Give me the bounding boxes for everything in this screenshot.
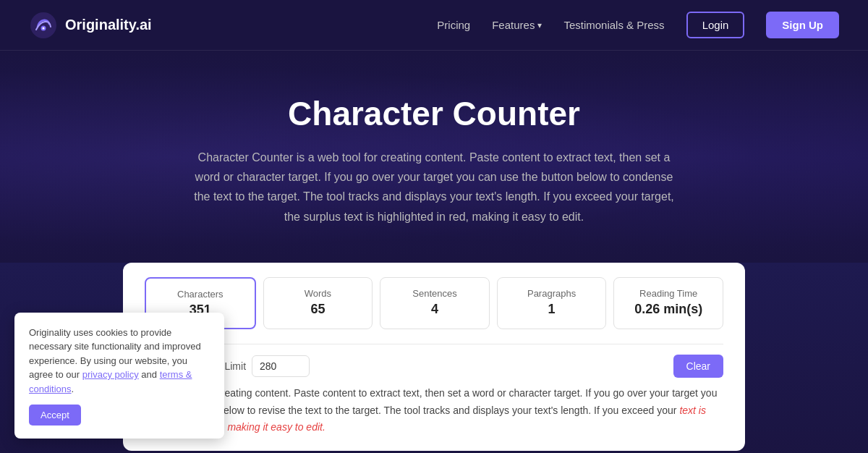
stat-reading-time-label: Reading Time [621, 288, 715, 299]
svg-point-0 [30, 12, 56, 38]
logo-link[interactable]: Originality.ai [29, 11, 152, 40]
cookie-accept-button[interactable]: Accept [29, 405, 81, 426]
text-preview: s a web tool for creating content. Paste… [145, 385, 723, 436]
nav-features[interactable]: Features ▾ [492, 19, 542, 31]
stat-words-label: Words [271, 288, 365, 299]
cookie-banner: Originality uses cookies to provide nece… [14, 313, 224, 439]
clear-button[interactable]: Clear [673, 355, 723, 378]
stat-paragraphs[interactable]: Paragraphs 1 [497, 277, 607, 329]
stat-sentences-label: Sentences [388, 288, 482, 299]
hero-description: Character Counter is a web tool for crea… [188, 148, 680, 226]
login-button[interactable]: Login [686, 12, 745, 38]
text-normal: s a web tool for creating content. Paste… [145, 387, 717, 416]
stat-characters-label: Characters [153, 289, 247, 300]
nav-links: Pricing Features ▾ Testimonials & Press … [437, 12, 839, 38]
stat-paragraphs-value: 1 [505, 302, 599, 317]
stat-reading-time[interactable]: Reading Time 0.26 min(s) [613, 277, 723, 329]
navbar: Originality.ai Pricing Features ▾ Testim… [0, 0, 868, 51]
stat-sentences[interactable]: Sentences 4 [380, 277, 490, 329]
hero-section: Character Counter Character Counter is a… [0, 51, 868, 263]
features-chevron-icon: ▾ [537, 20, 542, 30]
svg-point-2 [43, 27, 45, 29]
stat-words-value: 65 [271, 302, 365, 317]
nav-pricing[interactable]: Pricing [437, 19, 470, 31]
limit-input[interactable] [252, 355, 310, 377]
cookie-text-between: and [139, 369, 160, 380]
stat-words[interactable]: Words 65 [263, 277, 373, 329]
cookie-text: Originality uses cookies to provide nece… [29, 326, 210, 397]
signup-button[interactable]: Sign Up [766, 12, 839, 38]
logo-text: Originality.ai [65, 17, 152, 33]
limit-label: Limit [224, 360, 246, 372]
stat-paragraphs-label: Paragraphs [505, 288, 599, 299]
cookie-privacy-link[interactable]: privacy policy [82, 369, 139, 380]
cookie-text-after: . [72, 384, 75, 394]
logo-icon [29, 11, 58, 40]
nav-testimonials[interactable]: Testimonials & Press [563, 19, 664, 31]
stat-reading-time-value: 0.26 min(s) [621, 302, 715, 317]
page-title: Character Counter [29, 94, 839, 133]
stat-sentences-value: 4 [388, 302, 482, 317]
